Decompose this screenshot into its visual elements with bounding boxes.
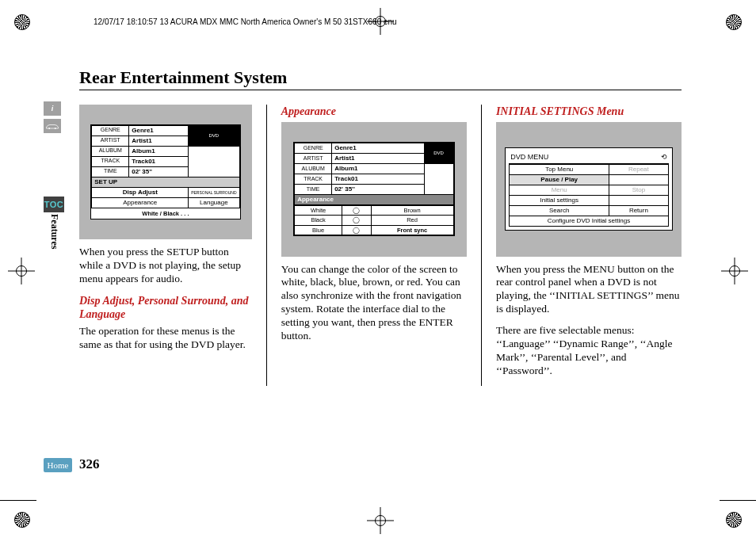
page-title: Rear Entertainment System xyxy=(79,67,682,90)
col1-paragraph-1: When you press the SETUP button while a … xyxy=(79,246,252,286)
initial-settings-screenshot: DVD MENU⟲ Top MenuRepeat Pause / Play Me… xyxy=(496,122,682,257)
crosshair-right xyxy=(721,258,748,284)
col2-paragraph-1: You can change the color of the screen t… xyxy=(281,263,467,343)
section-tab: Features xyxy=(48,214,60,249)
appearance-screenshot: GENREGenre1DVD ARTISTArtist1 ALUBUMAlbum… xyxy=(281,122,467,257)
toc-button[interactable]: TOC xyxy=(44,197,64,212)
col2-heading: Appearance xyxy=(281,105,467,119)
col1-subheading: Disp Adjust, Personal Surround, and Lang… xyxy=(79,294,252,322)
col3-paragraph-1: When you press the MENU button on the re… xyxy=(496,263,682,317)
registration-mark-tl xyxy=(14,14,30,30)
cutline xyxy=(720,500,756,501)
col3-paragraph-2: There are five selectable menus: ‘‘Langu… xyxy=(496,324,682,378)
sidebar xyxy=(44,101,61,133)
page-number: 326 xyxy=(79,456,100,472)
col3-heading: INITIAL SETTINGS Menu xyxy=(496,105,682,119)
svg-point-1 xyxy=(55,128,56,129)
car-icon[interactable] xyxy=(44,119,61,133)
toc-block: TOC Features xyxy=(44,197,64,249)
column-3: INITIAL SETTINGS Menu DVD MENU⟲ Top Menu… xyxy=(481,105,682,386)
col1-paragraph-2: The operation for these menus is the sam… xyxy=(79,325,252,352)
setup-menu-screenshot: GENREGenre1DVD ARTISTArtist1 ALUBUMAlbum… xyxy=(79,105,252,239)
crosshair-left xyxy=(8,258,35,284)
print-header: 12/07/17 18:10:57 13 ACURA MDX MMC North… xyxy=(94,17,397,26)
column-1: GENREGenre1DVD ARTISTArtist1 ALUBUMAlbum… xyxy=(79,105,252,386)
registration-mark-tr xyxy=(726,14,742,30)
column-2: Appearance GENREGenre1DVD ARTISTArtist1 … xyxy=(266,105,467,386)
home-button[interactable]: Home xyxy=(44,458,72,472)
crosshair-bottom xyxy=(367,507,394,534)
registration-mark-bl xyxy=(14,512,30,528)
info-icon[interactable] xyxy=(44,101,61,116)
svg-point-0 xyxy=(48,128,50,129)
cutline xyxy=(0,500,36,501)
registration-mark-br xyxy=(726,512,742,528)
